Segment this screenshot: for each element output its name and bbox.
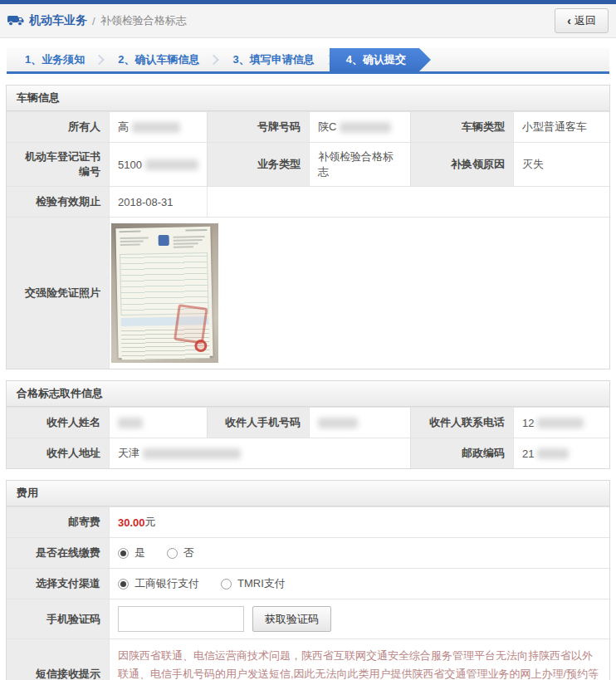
- inspection-valid-label: 检验有效期止: [7, 187, 109, 217]
- radio-circle-icon: [167, 548, 178, 559]
- redacted-blur: [537, 418, 584, 428]
- radio-label: TMRI支付: [237, 576, 286, 591]
- radio-channel-icbc[interactable]: 工商银行支付: [118, 576, 199, 591]
- redacted-blur: [318, 418, 358, 428]
- table-row: 选择支付渠道 工商银行支付 TMRI支付: [7, 568, 609, 599]
- back-button-label: 返回: [574, 13, 596, 28]
- table-row: 收件人地址 天津 邮政编码 21: [7, 438, 609, 468]
- postal-code-label: 邮政编码: [410, 438, 513, 468]
- redacted-blur: [118, 418, 143, 428]
- breadcrumb-section[interactable]: 机动车业务: [29, 13, 87, 28]
- step-1-notice[interactable]: 1、业务须知: [7, 48, 100, 71]
- get-sms-code-button[interactable]: 获取验证码: [252, 606, 331, 632]
- table-row: 手机验证码 获取验证码: [7, 599, 609, 638]
- recipient-phone-label: 收件人联系电话: [410, 408, 513, 438]
- vehicle-info-title: 车辆信息: [7, 86, 609, 111]
- table-row: 交强险凭证照片: [7, 217, 609, 369]
- back-button[interactable]: ‹ 返回: [555, 8, 609, 33]
- fee-title: 费用: [7, 481, 609, 506]
- pickup-info-title: 合格标志取件信息: [7, 381, 609, 407]
- replace-reason-label: 补换领原因: [410, 143, 513, 186]
- recipient-mobile-label: 收件人手机号码: [207, 408, 309, 438]
- sms-notice-label: 短信接收提示: [7, 639, 109, 680]
- radio-pay-online-yes[interactable]: 是: [118, 545, 145, 560]
- step-label: 4、确认提交: [346, 52, 406, 67]
- replace-reason-value: 灭失: [513, 143, 609, 186]
- empty-cell: [207, 187, 609, 217]
- owner-label: 所有人: [7, 112, 109, 142]
- inspection-valid-value: 2018-08-31: [109, 187, 207, 217]
- table-row: 短信接收提示 因陕西省联通、电信运营商技术问题，陕西省互联网交通安全综合服务管理…: [7, 638, 609, 680]
- step-4-confirm-submit[interactable]: 4、确认提交: [330, 48, 431, 71]
- back-chevron-icon: ‹: [567, 15, 571, 27]
- sms-code-input[interactable]: [118, 606, 244, 632]
- table-row: 所有人 高 号牌号码 陕C 车辆类型 小型普通客车: [7, 111, 609, 142]
- table-row: 检验有效期止 2018-08-31: [7, 186, 609, 217]
- radio-circle-icon: [118, 579, 129, 589]
- step-2-confirm-vehicle[interactable]: 2、确认车辆信息: [100, 48, 214, 71]
- redacted-blur: [340, 122, 391, 133]
- postage-unit: 元: [145, 515, 156, 530]
- recipient-name-value: [109, 408, 207, 438]
- payment-channel-label: 选择支付渠道: [7, 569, 109, 599]
- insurance-photo-cell: [109, 218, 609, 369]
- owner-value: 高: [109, 112, 207, 142]
- payment-channel-options: 工商银行支付 TMRI支付: [109, 569, 609, 599]
- insurance-photo-label: 交强险凭证照片: [7, 218, 109, 369]
- sms-code-label: 手机验证码: [7, 599, 109, 638]
- radio-label: 否: [183, 545, 194, 560]
- sms-notice-text: 因陕西省联通、电信运营商技术问题，陕西省互联网交通安全综合服务管理平台无法向持陕…: [109, 639, 609, 680]
- radio-circle-icon: [221, 579, 232, 589]
- breadcrumb-current: 补领检验合格标志: [100, 13, 187, 28]
- postage-amount: 30.00: [118, 516, 145, 529]
- breadcrumb: 机动车业务 / 补领检验合格标志: [7, 13, 555, 28]
- business-type-value: 补领检验合格标志: [309, 143, 410, 186]
- insurer-emblem-icon: [158, 235, 169, 246]
- radio-label: 是: [134, 545, 145, 560]
- red-square-stamp-icon: [174, 304, 208, 344]
- registration-no-label: 机动车登记证书编号: [7, 143, 109, 186]
- redacted-blur: [537, 448, 569, 459]
- breadcrumb-separator: /: [92, 15, 95, 27]
- postage-label: 邮寄费: [7, 507, 109, 537]
- page-header: 机动车业务 / 补领检验合格标志 ‹ 返回: [0, 4, 616, 38]
- registration-no-value: 5100: [109, 143, 207, 186]
- fee-section: 费用 邮寄费 30.00 元 是否在线缴费 是 否 选择支付渠道 工商银行支付: [6, 480, 610, 680]
- recipient-address-label: 收件人地址: [7, 438, 109, 468]
- redacted-blur: [145, 159, 198, 170]
- vehicle-info-section: 车辆信息 所有人 高 号牌号码 陕C 车辆类型 小型普通客车 机动车登记证书编号…: [6, 85, 610, 369]
- insurance-paper: [115, 227, 213, 358]
- recipient-mobile-value: [309, 408, 410, 438]
- step-progress-bar: 1、业务须知 2、确认车辆信息 3、填写申请信息 4、确认提交: [7, 48, 609, 74]
- radio-channel-tmri[interactable]: TMRI支付: [221, 576, 286, 591]
- radio-label: 工商银行支付: [134, 576, 199, 591]
- sms-code-cell: 获取验证码: [109, 599, 609, 638]
- pickup-info-section: 合格标志取件信息 收件人姓名 收件人手机号码 收件人联系电话 12 收件人地址 …: [6, 380, 610, 469]
- postal-code-value: 21: [513, 438, 609, 468]
- business-type-label: 业务类型: [207, 143, 309, 186]
- plate-label: 号牌号码: [207, 112, 309, 142]
- vehicle-truck-icon: [7, 15, 24, 27]
- table-row: 邮寄费 30.00 元: [7, 506, 609, 537]
- postage-value: 30.00 元: [109, 507, 609, 537]
- table-row: 是否在线缴费 是 否: [7, 537, 609, 568]
- online-payment-options: 是 否: [109, 538, 609, 568]
- insurance-certificate-photo: [111, 223, 218, 363]
- vehicle-type-value: 小型普通客车: [513, 112, 609, 142]
- plate-value: 陕C: [309, 112, 410, 142]
- step-label: 1、业务须知: [25, 52, 85, 67]
- recipient-address-value: 天津: [109, 438, 410, 468]
- step-3-fill-application[interactable]: 3、填写申请信息: [214, 48, 329, 71]
- radio-pay-online-no[interactable]: 否: [167, 545, 194, 560]
- recipient-phone-value: 12: [513, 408, 609, 438]
- step-label: 3、填写申请信息: [232, 52, 314, 67]
- redacted-blur: [143, 448, 241, 459]
- online-payment-label: 是否在线缴费: [7, 538, 109, 568]
- redacted-blur: [132, 122, 180, 133]
- table-row: 收件人姓名 收件人手机号码 收件人联系电话 12: [7, 407, 609, 438]
- radio-circle-icon: [118, 548, 129, 559]
- recipient-name-label: 收件人姓名: [7, 408, 109, 438]
- step-label: 2、确认车辆信息: [118, 52, 199, 67]
- table-row: 机动车登记证书编号 5100 业务类型 补领检验合格标志 补换领原因 灭失: [7, 142, 609, 186]
- vehicle-type-label: 车辆类型: [410, 112, 513, 142]
